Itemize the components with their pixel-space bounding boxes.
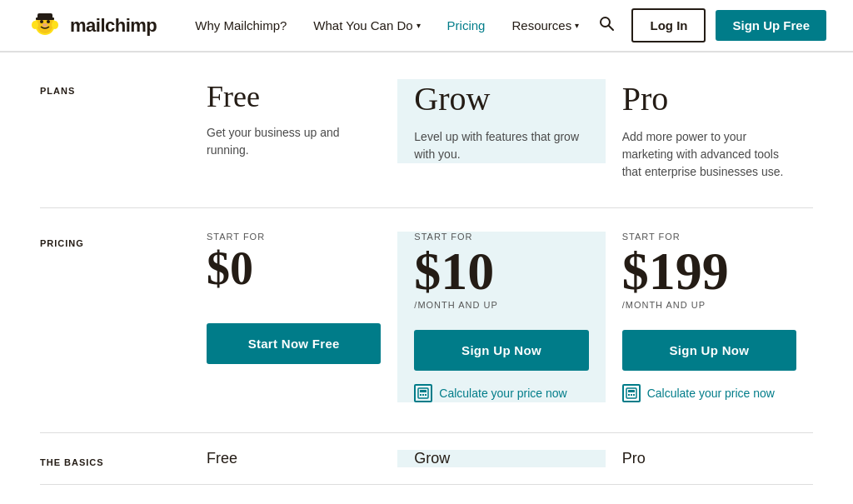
svg-rect-17 <box>626 388 636 398</box>
plan-desc-pro: Add more power to your marketing with ad… <box>622 128 796 181</box>
calc-link-text-grow: Calculate your price now <box>439 387 566 400</box>
svg-rect-16 <box>425 394 426 396</box>
cta-button-free[interactable]: Start Now Free <box>207 323 381 364</box>
plan-name-grow: Grow <box>414 79 588 118</box>
basics-name-pro: Pro <box>622 450 796 467</box>
nav-links: Why Mailchimp? What You Can Do ▾ Pricing… <box>183 12 591 39</box>
search-button[interactable] <box>591 8 621 42</box>
plans-row: PLANS Free Get your business up and runn… <box>40 52 813 208</box>
per-month-grow: /MONTH AND UP <box>414 300 588 313</box>
svg-rect-19 <box>628 394 630 396</box>
plan-desc-free: Get your business up and running. <box>207 124 381 159</box>
nav-item-resources[interactable]: Resources ▾ <box>500 12 591 39</box>
basics-col-grow: Grow <box>397 450 605 467</box>
basics-name-grow: Grow <box>414 450 588 467</box>
nav-actions: Log In Sign Up Free <box>591 8 826 42</box>
pricing-col-pro: START FOR $199 /MONTH AND UP Sign Up Now <box>606 232 813 402</box>
pricing-table: PLANS Free Get your business up and runn… <box>40 52 813 485</box>
price-free: $0 <box>207 245 381 292</box>
logo[interactable]: mailchimp <box>27 7 157 44</box>
signup-free-button[interactable]: Sign Up Free <box>716 10 826 41</box>
price-pro: $199 <box>622 245 796 298</box>
logo-text: mailchimp <box>70 15 157 37</box>
svg-rect-8 <box>36 17 54 20</box>
calculator-icon-grow <box>414 384 432 402</box>
svg-point-3 <box>40 20 43 23</box>
pricing-col-free: START FOR $0 Start Now Free <box>190 232 397 377</box>
cta-button-pro[interactable]: Sign Up Now <box>622 330 796 371</box>
svg-rect-21 <box>633 394 635 396</box>
svg-rect-14 <box>420 394 422 396</box>
basics-label: THE BASICS <box>40 451 190 467</box>
svg-rect-12 <box>418 388 428 398</box>
per-month-free <box>207 293 381 307</box>
start-for-pro: START FOR <box>622 232 796 242</box>
nav-item-what[interactable]: What You Can Do ▾ <box>302 12 431 39</box>
search-icon <box>598 15 615 32</box>
plans-label: PLANS <box>40 79 190 96</box>
basics-name-free: Free <box>207 450 381 467</box>
nav-item-pricing[interactable]: Pricing <box>436 12 497 39</box>
svg-rect-13 <box>420 390 426 392</box>
cta-button-grow[interactable]: Sign Up Now <box>414 330 588 371</box>
svg-point-4 <box>47 20 50 23</box>
svg-line-11 <box>609 26 613 30</box>
basics-row: THE BASICS Free Grow Pro <box>40 433 813 485</box>
pricing-col-grow: START FOR $10 /MONTH AND UP Sign Up Now <box>397 232 605 402</box>
start-for-grow: START FOR <box>414 232 588 242</box>
calc-link-pro[interactable]: Calculate your price now <box>622 384 796 402</box>
svg-point-9 <box>42 23 47 27</box>
plan-col-free: Free Get your business up and running. <box>190 79 397 159</box>
navigation: mailchimp Why Mailchimp? What You Can Do… <box>0 0 853 52</box>
pricing-label: PRICING <box>40 232 190 248</box>
pricing-main: PLANS Free Get your business up and runn… <box>27 52 826 485</box>
svg-rect-15 <box>422 394 424 396</box>
nav-item-why[interactable]: Why Mailchimp? <box>183 12 298 39</box>
svg-rect-18 <box>628 390 635 392</box>
chevron-down-icon: ▾ <box>575 21 579 30</box>
per-month-pro: /MONTH AND UP <box>622 300 796 313</box>
plan-name-free: Free <box>207 79 381 114</box>
plan-col-pro: Pro Add more power to your marketing wit… <box>606 79 813 181</box>
calculator-icon-pro <box>622 384 641 402</box>
price-grow: $10 <box>414 245 588 298</box>
svg-point-5 <box>32 21 38 29</box>
basics-col-pro: Pro <box>606 450 813 467</box>
pricing-row: PRICING START FOR $0 Start Now Free STAR… <box>40 208 813 433</box>
svg-point-6 <box>52 21 58 29</box>
login-button[interactable]: Log In <box>631 8 706 42</box>
chevron-down-icon: ▾ <box>417 21 421 30</box>
calc-link-grow[interactable]: Calculate your price now <box>414 384 588 402</box>
svg-rect-20 <box>631 394 632 396</box>
plan-desc-grow: Level up with features that grow with yo… <box>414 128 588 163</box>
basics-col-free: Free <box>190 450 397 467</box>
calc-link-text-pro: Calculate your price now <box>647 387 775 400</box>
plan-col-grow: Grow Level up with features that grow wi… <box>397 79 605 163</box>
plan-name-pro: Pro <box>622 79 796 118</box>
mailchimp-logo-icon <box>27 7 63 44</box>
start-for-free: START FOR <box>207 232 381 242</box>
